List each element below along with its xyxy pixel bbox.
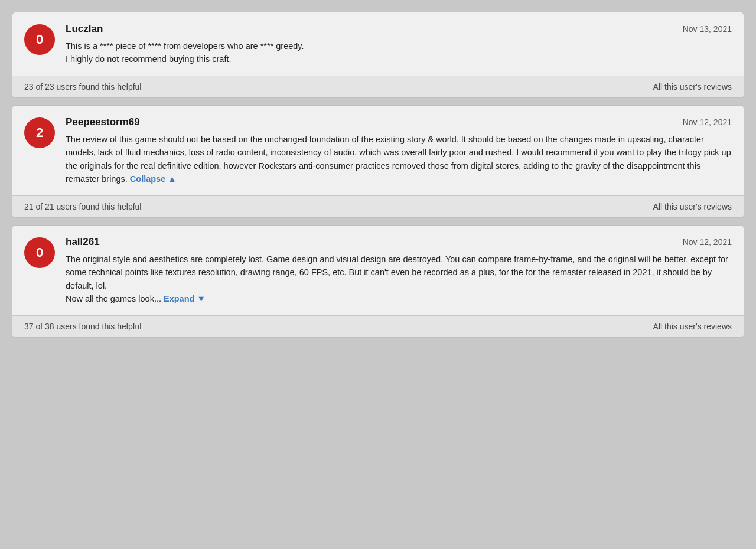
review-content: Luczlan Nov 13, 2021 This is a **** piec… xyxy=(66,23,732,66)
reviews-list: 0 Luczlan Nov 13, 2021 This is a **** pi… xyxy=(12,12,744,338)
collapse-link[interactable]: Collapse ▲ xyxy=(130,174,177,184)
review-content: hall261 Nov 12, 2021 The original style … xyxy=(66,236,732,306)
reviewer-name: hall261 xyxy=(66,236,100,248)
review-footer: 23 of 23 users found this helpful All th… xyxy=(12,76,744,97)
review-content: Peepeestorm69 Nov 12, 2021 The review of… xyxy=(66,116,732,186)
review-text: The original style and aesthetics are co… xyxy=(66,253,732,306)
review-body: 2 Peepeestorm69 Nov 12, 2021 The review … xyxy=(12,106,744,195)
review-date: Nov 12, 2021 xyxy=(683,117,732,127)
all-reviews-link[interactable]: All this user's reviews xyxy=(653,82,732,92)
helpful-text: 23 of 23 users found this helpful xyxy=(24,82,141,92)
all-reviews-link[interactable]: All this user's reviews xyxy=(653,202,732,211)
review-footer: 21 of 21 users found this helpful All th… xyxy=(12,195,744,217)
review-card: 2 Peepeestorm69 Nov 12, 2021 The review … xyxy=(12,105,744,218)
helpful-text: 21 of 21 users found this helpful xyxy=(24,202,141,211)
review-date: Nov 12, 2021 xyxy=(683,237,732,247)
score-badge: 0 xyxy=(24,237,55,268)
review-header: hall261 Nov 12, 2021 xyxy=(66,236,732,248)
review-text: The review of this game should not be ba… xyxy=(66,133,732,186)
review-date: Nov 13, 2021 xyxy=(683,24,732,34)
review-card: 0 hall261 Nov 12, 2021 The original styl… xyxy=(12,225,744,338)
review-text: This is a **** piece of **** from develo… xyxy=(66,40,732,66)
all-reviews-link[interactable]: All this user's reviews xyxy=(653,322,732,331)
review-card: 0 Luczlan Nov 13, 2021 This is a **** pi… xyxy=(12,12,744,98)
reviewer-name: Luczlan xyxy=(66,23,103,35)
reviewer-name: Peepeestorm69 xyxy=(66,116,140,128)
review-body: 0 hall261 Nov 12, 2021 The original styl… xyxy=(12,226,744,315)
review-body: 0 Luczlan Nov 13, 2021 This is a **** pi… xyxy=(12,12,744,76)
helpful-text: 37 of 38 users found this helpful xyxy=(24,322,141,331)
review-header: Peepeestorm69 Nov 12, 2021 xyxy=(66,116,732,128)
score-badge: 0 xyxy=(24,24,55,55)
expand-link[interactable]: Expand ▼ xyxy=(164,294,206,303)
review-header: Luczlan Nov 13, 2021 xyxy=(66,23,732,35)
review-footer: 37 of 38 users found this helpful All th… xyxy=(12,315,744,337)
score-badge: 2 xyxy=(24,117,55,148)
